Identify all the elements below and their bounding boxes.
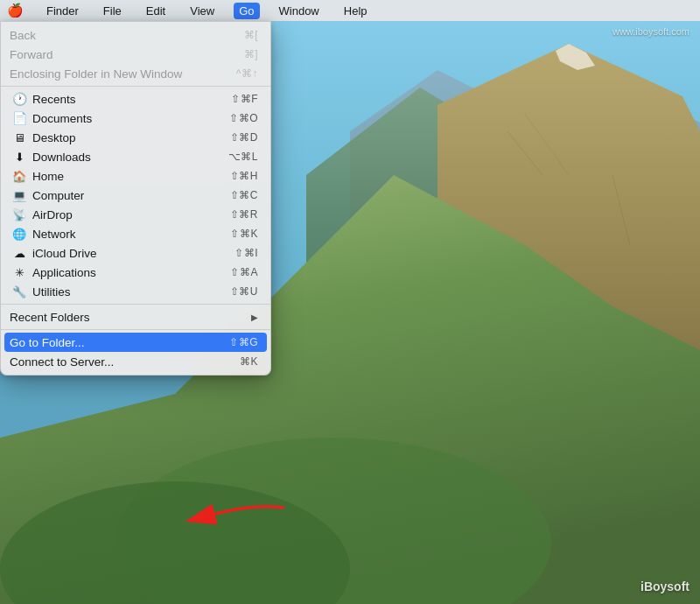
menu-item-recents[interactable]: 🕐 Recents ⇧⌘F	[1, 89, 270, 109]
menu-item-network[interactable]: 🌐 Network ⇧⌘K	[1, 224, 270, 243]
menu-item-enclosing[interactable]: Enclosing Folder in New Window ^⌘↑	[1, 64, 270, 83]
menu-item-airdrop[interactable]: 📡 AirDrop ⇧⌘R	[1, 205, 270, 224]
menu-item-desktop[interactable]: 🖥 Desktop ⇧⌘D	[1, 128, 270, 147]
separator-3	[1, 329, 270, 330]
applications-icon: ✳	[10, 266, 29, 279]
go-dropdown-menu: Back ⌘[ Forward ⌘] Enclosing Folder in N…	[0, 21, 271, 376]
utilities-icon: 🔧	[10, 285, 29, 298]
menu-item-recent-folders[interactable]: Recent Folders ▶	[1, 307, 270, 327]
home-icon: 🏠	[10, 170, 29, 183]
window-menu[interactable]: Window	[274, 3, 325, 19]
menu-item-connect-server[interactable]: Connect to Server... ⌘K	[1, 352, 270, 371]
menu-item-back[interactable]: Back ⌘[	[1, 25, 270, 45]
menu-item-goto-folder[interactable]: Go to Folder... ⇧⌘G	[4, 333, 267, 352]
menu-item-downloads[interactable]: ⬇ Downloads ⌥⌘L	[1, 147, 270, 166]
desktop-icon: 🖥	[10, 131, 29, 144]
view-menu[interactable]: View	[185, 3, 220, 19]
downloads-icon: ⬇	[10, 151, 29, 164]
finder-menu[interactable]: Finder	[41, 3, 84, 19]
edit-menu[interactable]: Edit	[141, 3, 171, 19]
submenu-arrow-icon: ▶	[251, 313, 259, 322]
separator-1	[1, 86, 270, 87]
menu-item-home[interactable]: 🏠 Home ⇧⌘H	[1, 166, 270, 186]
brand-watermark: iBoysoft	[640, 579, 690, 593]
site-url-watermark: www.iboysoft.com	[612, 26, 690, 37]
menu-item-forward[interactable]: Forward ⌘]	[1, 45, 270, 64]
go-menu[interactable]: Go	[234, 3, 259, 19]
menu-item-documents[interactable]: 📄 Documents ⇧⌘O	[1, 109, 270, 128]
icloud-icon: ☁	[10, 247, 29, 260]
separator-2	[1, 304, 270, 305]
menubar: 🍎 Finder File Edit View Go Window Help	[0, 0, 700, 21]
computer-icon: 💻	[10, 189, 29, 202]
documents-icon: 📄	[10, 111, 29, 125]
airdrop-icon: 📡	[10, 208, 29, 221]
recents-icon: 🕐	[10, 92, 29, 106]
arrow-annotation	[136, 495, 293, 551]
menu-item-computer[interactable]: 💻 Computer ⇧⌘C	[1, 186, 270, 205]
menu-item-applications[interactable]: ✳ Applications ⇧⌘A	[1, 263, 270, 282]
file-menu[interactable]: File	[98, 3, 127, 19]
apple-menu-icon[interactable]: 🍎	[7, 3, 24, 18]
menu-item-utilities[interactable]: 🔧 Utilities ⇧⌘U	[1, 282, 270, 301]
help-menu[interactable]: Help	[339, 3, 373, 19]
menu-item-icloud[interactable]: ☁ iCloud Drive ⇧⌘I	[1, 243, 270, 263]
network-icon: 🌐	[10, 228, 29, 241]
